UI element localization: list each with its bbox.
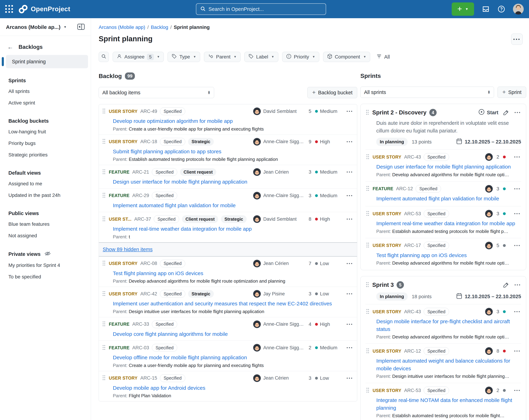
item-menu-button[interactable]: ••• — [344, 322, 353, 326]
sidebar-item[interactable]: My priorities for Sprint 4 — [8, 259, 85, 271]
sidebar-item[interactable]: To be specified — [8, 271, 85, 283]
work-item-title-link[interactable]: Design mobile interface for pre-flight c… — [376, 318, 521, 333]
status-badge[interactable]: Specified — [424, 387, 449, 394]
label-badge[interactable]: Strategic — [221, 215, 247, 223]
item-menu-button[interactable]: ••• — [344, 193, 353, 198]
filter-assignee-button[interactable]: Assignee 5 ▼ — [113, 52, 164, 62]
work-item-title-link[interactable]: Test flight planning app on iOS devices — [376, 251, 521, 259]
drag-handle[interactable] — [103, 139, 105, 144]
page-menu-button[interactable]: ••• — [511, 34, 523, 45]
sidebar-item[interactable]: Priority bugs — [8, 137, 85, 149]
search-input[interactable] — [209, 6, 322, 12]
status-badge[interactable]: Specified — [424, 308, 449, 315]
status-badge[interactable]: Specified — [424, 347, 449, 355]
filter-type-button[interactable]: Type ▼ — [168, 52, 200, 62]
openproject-logo[interactable]: OpenProject — [19, 4, 70, 14]
work-item-title-link[interactable]: Develop offline mode for mobile flight p… — [113, 354, 353, 361]
breadcrumb-link[interactable]: Backlog — [151, 25, 168, 30]
drag-handle[interactable] — [366, 282, 369, 288]
status-badge[interactable]: Specified — [424, 210, 449, 217]
item-menu-button[interactable]: ••• — [344, 109, 353, 114]
drag-handle[interactable] — [103, 345, 105, 351]
work-item-title-link[interactable]: Test flight planning app on iOS devices — [113, 270, 353, 277]
work-item-title-link[interactable]: Implement real-time weather data integra… — [113, 225, 353, 233]
item-menu-button[interactable]: ••• — [512, 349, 521, 353]
status-badge[interactable]: Specified — [160, 108, 185, 115]
item-menu-button[interactable]: ••• — [512, 388, 521, 393]
item-menu-button[interactable]: ••• — [344, 292, 353, 296]
sidebar-item[interactable]: Low-hanging fruit — [8, 126, 85, 137]
filter-component-button[interactable]: Component ▼ — [323, 52, 370, 62]
breadcrumb-link[interactable]: Arcanos (Mobile app) — [99, 25, 145, 30]
item-menu-button[interactable]: ••• — [512, 155, 521, 159]
work-item-title-link[interactable]: Integrate real-time NOTAM data for enhan… — [376, 396, 521, 412]
add-sprint-button[interactable]: + Sprint — [498, 87, 526, 98]
item-menu-button[interactable]: ••• — [344, 261, 353, 266]
status-badge[interactable]: Specified — [160, 290, 185, 298]
user-avatar[interactable] — [513, 4, 524, 14]
item-menu-button[interactable]: ••• — [344, 217, 353, 221]
status-badge[interactable]: Specified — [154, 215, 179, 223]
drag-handle[interactable] — [103, 261, 105, 266]
label-badge[interactable]: Client request — [182, 215, 218, 223]
filter-label-button[interactable]: Label ▼ — [244, 52, 278, 62]
drag-handle[interactable] — [366, 110, 369, 115]
item-menu-button[interactable]: ••• — [344, 376, 353, 380]
drag-handle[interactable] — [103, 169, 105, 175]
drag-handle[interactable] — [367, 309, 369, 314]
sidebar-item[interactable]: Blue team features — [8, 218, 85, 230]
drag-handle[interactable] — [367, 388, 369, 393]
work-item-title-link[interactable]: Implement automated flight plan validati… — [376, 195, 521, 203]
global-search[interactable] — [196, 3, 326, 15]
item-menu-button[interactable]: ••• — [512, 283, 521, 287]
inbox-icon[interactable] — [482, 5, 490, 13]
sidebar-item[interactable]: Active sprint — [8, 97, 85, 109]
sidebar-item[interactable]: Updated in the past 24h — [8, 190, 85, 201]
sidebar-item[interactable]: All sprints — [8, 86, 85, 97]
show-hidden-items-link[interactable]: Show 89 hidden items — [103, 246, 153, 252]
project-selector[interactable]: Arcanos (Mobile ap...) — [6, 24, 61, 30]
work-item-title-link[interactable]: Implement automated weight and balance c… — [376, 357, 521, 372]
work-item-title-link[interactable]: Design user interface for mobile flight … — [113, 178, 353, 186]
edit-pencil-icon[interactable] — [503, 109, 509, 116]
filter-all-toggle[interactable]: All — [376, 54, 390, 60]
help-icon[interactable] — [498, 5, 505, 13]
label-badge[interactable]: Client request — [180, 168, 216, 176]
add-backlog-bucket-button[interactable]: + Backlog bucket — [307, 87, 357, 98]
work-item-title-link[interactable]: Implement user authentication and securi… — [113, 300, 353, 308]
item-menu-button[interactable]: ••• — [512, 187, 521, 191]
label-badge[interactable]: Strategic — [188, 290, 214, 298]
item-menu-button[interactable]: ••• — [344, 139, 353, 144]
drag-handle[interactable] — [367, 154, 369, 160]
sidebar-item[interactable]: Strategic priorities — [8, 149, 85, 161]
sidebar-item-sprint-planning[interactable]: Sprint planning — [6, 55, 88, 68]
item-menu-button[interactable]: ••• — [344, 170, 353, 174]
drag-handle[interactable] — [103, 291, 105, 297]
work-item-title-link[interactable]: Implement real-time weather data integra… — [376, 220, 521, 227]
app-grid-icon[interactable] — [5, 5, 13, 13]
drag-handle[interactable] — [103, 217, 105, 222]
drag-handle[interactable] — [367, 211, 369, 217]
drag-handle[interactable] — [103, 109, 105, 114]
sidebar-item[interactable]: Not assigned — [8, 230, 85, 242]
status-badge[interactable]: Specified — [160, 138, 185, 146]
work-item-title-link[interactable]: Submit flight planning application to ap… — [113, 148, 353, 155]
status-badge[interactable]: Specified — [152, 344, 177, 352]
filter-priority-button[interactable]: Priority ▼ — [282, 52, 319, 62]
status-badge[interactable]: Specified — [424, 242, 449, 249]
start-sprint-button[interactable]: Start — [478, 109, 498, 116]
drag-handle[interactable] — [103, 375, 105, 381]
item-menu-button[interactable]: ••• — [344, 345, 353, 350]
edit-pencil-icon[interactable] — [503, 282, 509, 288]
drag-handle[interactable] — [103, 322, 105, 327]
drag-handle[interactable] — [103, 193, 105, 198]
backlog-view-select[interactable]: All backlog items ▲▼ — [99, 87, 214, 98]
status-badge[interactable]: Specified — [160, 260, 185, 267]
drag-handle[interactable] — [367, 186, 369, 191]
back-to-backlogs[interactable]: ← Backlogs — [0, 44, 91, 50]
work-item-title-link[interactable]: Develop mobile app for Android devices — [113, 384, 353, 392]
filter-parent-button[interactable]: Parent ▼ — [204, 52, 240, 62]
status-badge[interactable]: Specified — [424, 153, 449, 161]
work-item-title-link[interactable]: Implement automated flight plan validati… — [113, 202, 353, 209]
item-menu-button[interactable]: ••• — [512, 309, 521, 314]
